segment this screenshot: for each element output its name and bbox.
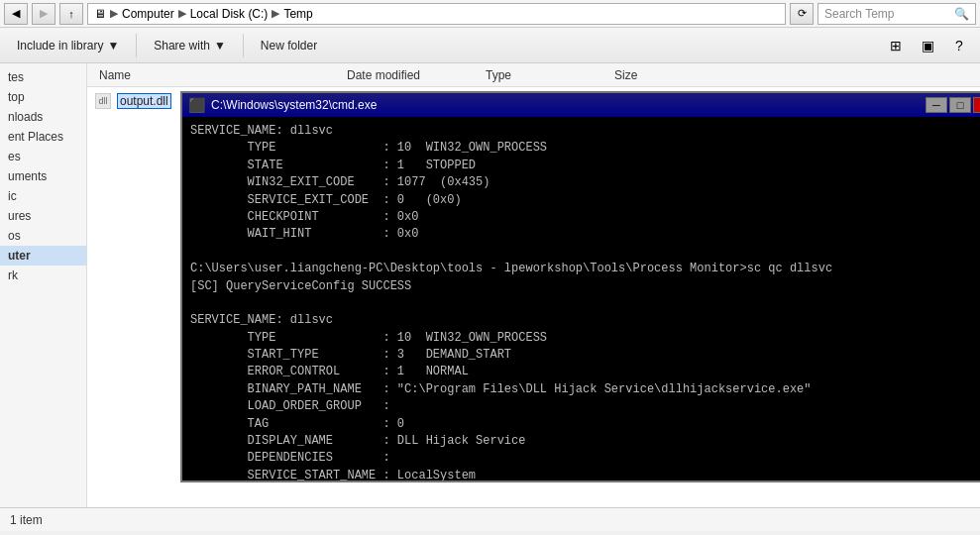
sidebar-item-top[interactable]: top — [0, 87, 86, 107]
sidebar: tes top nloads ent Places es uments ic u… — [0, 63, 87, 507]
cmd-minimize-button[interactable]: ─ — [926, 97, 947, 113]
preview-pane-button[interactable]: ▣ — [915, 33, 940, 58]
include-library-arrow: ▼ — [107, 39, 119, 53]
back-button[interactable]: ◀ — [4, 3, 28, 25]
file-type-icon: dll — [95, 93, 111, 109]
cmd-line-12: TYPE : 10 WIN32_OWN_PROCESS — [190, 330, 980, 347]
breadcrumb-folder: Temp — [283, 7, 312, 21]
up-button[interactable]: ↑ — [59, 3, 83, 25]
header-type[interactable]: Type — [482, 68, 610, 82]
share-with-arrow: ▼ — [214, 39, 226, 53]
cmd-line-19: DEPENDENCIES : — [190, 450, 980, 467]
cmd-close-button[interactable]: ✕ — [973, 97, 980, 113]
cmd-line-8: C:\Users\user.liangcheng-PC\Desktop\tool… — [190, 261, 980, 277]
sidebar-item-downloads[interactable]: nloads — [0, 107, 86, 127]
include-library-button[interactable]: Include in library ▼ — [8, 32, 128, 59]
cmd-line-17: TAG : 0 — [190, 416, 980, 433]
cmd-line-6: WAIT_HINT : 0x0 — [190, 226, 980, 243]
sidebar-item-es[interactable]: es — [0, 147, 86, 166]
file-header: Name Date modified Type Size — [87, 63, 980, 87]
help-button[interactable]: ? — [946, 33, 972, 58]
breadcrumb-sep3: ▶ — [272, 7, 279, 20]
sidebar-item-videos[interactable]: os — [0, 226, 86, 246]
address-bar: ◀ ▶ ↑ 🖥 ▶ Computer ▶ Local Disk (C:) ▶ T… — [0, 0, 980, 28]
cmd-line-5: CHECKPOINT : 0x0 — [190, 209, 980, 226]
file-area: Name Date modified Type Size dll output.… — [87, 63, 980, 507]
cmd-line-13: START_TYPE : 3 DEMAND_START — [190, 347, 980, 364]
search-box[interactable]: Search Temp 🔍 — [817, 3, 976, 25]
cmd-line-10 — [190, 295, 980, 312]
toolbar-right: ⊞ ▣ ? — [883, 33, 972, 58]
breadcrumb-computer: 🖥 — [94, 7, 106, 21]
toolbar-separator-2 — [243, 34, 244, 57]
breadcrumb-sep1: ▶ — [110, 7, 118, 20]
cmd-line-4: SERVICE_EXIT_CODE : 0 (0x0) — [190, 192, 980, 209]
new-folder-label: New folder — [261, 39, 317, 53]
breadcrumb-computer-label: Computer — [122, 7, 174, 21]
toolbar: Include in library ▼ Share with ▼ New fo… — [0, 28, 980, 63]
change-view-button[interactable]: ⊞ — [883, 33, 909, 58]
sidebar-item-recent[interactable]: ent Places — [0, 127, 86, 147]
cmd-window: ⬛ C:\Windows\system32\cmd.exe ─ □ ✕ SERV… — [180, 91, 980, 482]
new-folder-button[interactable]: New folder — [252, 32, 326, 59]
cmd-body[interactable]: SERVICE_NAME: dllsvc TYPE : 10 WIN32_OWN… — [182, 117, 980, 481]
cmd-line-11: SERVICE_NAME: dllsvc — [190, 312, 980, 329]
share-with-label: Share with — [154, 39, 210, 53]
header-date[interactable]: Date modified — [343, 68, 482, 82]
cmd-line-3: WIN32_EXIT_CODE : 1077 (0x435) — [190, 174, 980, 191]
cmd-title: C:\Windows\system32\cmd.exe — [211, 98, 920, 112]
cmd-line-0: SERVICE_NAME: dllsvc — [190, 123, 980, 140]
sidebar-item-ic[interactable]: ic — [0, 186, 86, 206]
toolbar-separator-1 — [136, 34, 137, 57]
sidebar-item-documents[interactable]: uments — [0, 166, 86, 186]
cmd-titlebar: ⬛ C:\Windows\system32\cmd.exe ─ □ ✕ — [182, 93, 980, 117]
cmd-line-1: TYPE : 10 WIN32_OWN_PROCESS — [190, 140, 980, 157]
sidebar-item-tes[interactable]: tes — [0, 67, 86, 87]
cmd-line-18: DISPLAY_NAME : DLL Hijack Service — [190, 433, 980, 450]
cmd-line-20: SERVICE_START_NAME : LocalSystem — [190, 468, 980, 481]
cmd-titlebar-buttons: ─ □ ✕ — [926, 97, 980, 113]
refresh-button[interactable]: ⟳ — [790, 3, 814, 25]
statusbar: 1 item — [0, 507, 980, 531]
cmd-icon: ⬛ — [188, 97, 205, 113]
forward-button[interactable]: ▶ — [32, 3, 55, 25]
main-area: tes top nloads ent Places es uments ic u… — [0, 63, 980, 507]
breadcrumb-sep2: ▶ — [178, 7, 186, 20]
cmd-line-16: LOAD_ORDER_GROUP : — [190, 398, 980, 415]
header-size[interactable]: Size — [610, 68, 690, 82]
breadcrumb-drive: Local Disk (C:) — [190, 7, 269, 21]
cmd-line-14: ERROR_CONTROL : 1 NORMAL — [190, 364, 980, 380]
breadcrumb[interactable]: 🖥 ▶ Computer ▶ Local Disk (C:) ▶ Temp — [87, 3, 786, 25]
sidebar-item-network[interactable]: rk — [0, 266, 86, 285]
include-library-label: Include in library — [17, 39, 103, 53]
search-placeholder: Search Temp — [824, 7, 894, 21]
cmd-line-2: STATE : 1 STOPPED — [190, 158, 980, 174]
sidebar-item-pictures[interactable]: ures — [0, 206, 86, 226]
cmd-line-15: BINARY_PATH_NAME : "C:\Program Files\DLL… — [190, 381, 980, 398]
file-name-text: output.dll — [117, 93, 171, 109]
header-name[interactable]: Name — [95, 68, 343, 82]
cmd-maximize-button[interactable]: □ — [949, 97, 971, 113]
sidebar-item-computer[interactable]: uter — [0, 246, 86, 266]
cmd-line-9: [SC] QueryServiceConfig SUCCESS — [190, 278, 980, 295]
share-with-button[interactable]: Share with ▼ — [145, 32, 235, 59]
search-icon: 🔍 — [954, 7, 969, 21]
status-info: 1 item — [10, 513, 43, 527]
cmd-line-7 — [190, 244, 980, 261]
